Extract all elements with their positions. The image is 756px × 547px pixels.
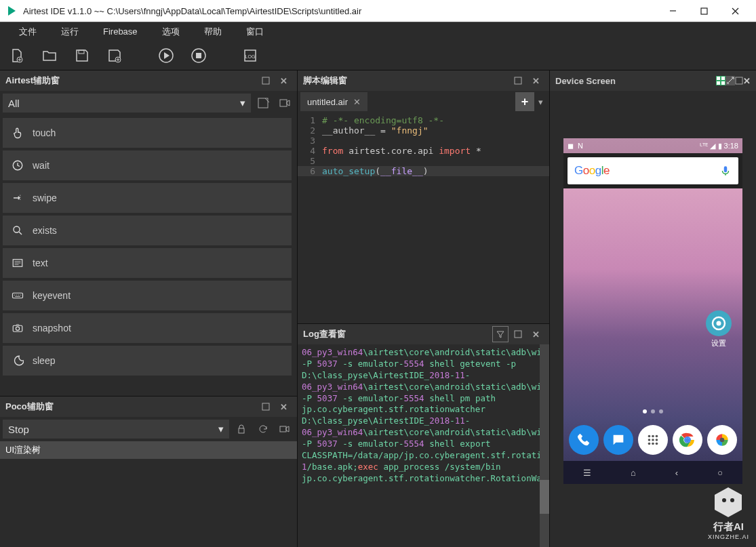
action-label: wait [33, 160, 49, 171]
panel-popout-icon[interactable] [258, 399, 274, 415]
svg-rect-35 [721, 77, 725, 80]
settings-app-icon[interactable]: 设置 [706, 310, 732, 348]
nav-menu-icon[interactable]: ☰ [583, 468, 591, 478]
chevron-down-icon: ▾ [240, 97, 245, 109]
panel-close-icon[interactable]: ✕ [275, 399, 292, 415]
airtest-aux-title: Airtest辅助窗 [5, 75, 256, 87]
svg-point-48 [652, 443, 654, 445]
poco-refresh-icon[interactable] [254, 420, 273, 439]
svg-point-40 [717, 321, 721, 326]
menu-firebase[interactable]: Firebase [91, 26, 150, 37]
open-folder-icon[interactable] [39, 45, 60, 66]
log-viewer-panel-header: Log查看窗 ✕ [298, 324, 549, 344]
capture-rect-icon[interactable] [254, 94, 273, 113]
svg-marker-0 [8, 6, 16, 16]
close-button[interactable] [719, 0, 751, 22]
panel-popout-icon[interactable] [510, 73, 526, 89]
svg-rect-15 [196, 53, 201, 58]
svg-point-43 [656, 435, 658, 438]
action-snapshot[interactable]: snapshot [3, 313, 292, 343]
action-label: touch [33, 127, 56, 138]
editor-tab-label: untitled.air [307, 97, 348, 107]
script-editor-panel-header: 脚本编辑窗 ✕ [298, 70, 549, 91]
android-home-wallpaper[interactable]: 设置 [563, 188, 742, 419]
action-swipe[interactable]: swipe [3, 183, 292, 213]
svg-point-23 [14, 226, 20, 232]
android-status-bar: ◼ N ᴸᵀᴱ ◢ ▮ 3:18 [563, 138, 742, 153]
svg-rect-34 [717, 77, 720, 80]
editor-tab[interactable]: untitled.air ✕ [300, 92, 367, 111]
google-search-bar[interactable]: Google [568, 157, 738, 184]
camera-app-icon[interactable] [707, 425, 737, 455]
messages-app-icon[interactable] [603, 425, 633, 455]
menu-help[interactable]: 帮助 [192, 26, 234, 38]
svg-rect-25 [13, 293, 23, 298]
svg-rect-32 [515, 77, 521, 84]
add-tab-button[interactable]: + [515, 92, 534, 111]
new-file-icon[interactable] [7, 45, 27, 66]
action-touch[interactable]: touch [3, 118, 292, 148]
keyevent-icon [11, 289, 24, 302]
report-icon[interactable]: LOG [240, 45, 260, 66]
device-screen-mirror[interactable]: ◼ N ᴸᵀᴱ ◢ ▮ 3:18 Google 设置 [563, 138, 742, 484]
action-label: keyevent [33, 290, 71, 301]
menu-options[interactable]: 选项 [150, 26, 192, 38]
tab-close-icon[interactable]: ✕ [353, 97, 361, 107]
menu-run[interactable]: 运行 [49, 26, 91, 38]
swipe-icon [11, 192, 24, 204]
svg-point-45 [652, 439, 654, 441]
mic-icon[interactable] [719, 165, 732, 177]
panel-popout-icon[interactable] [735, 77, 743, 85]
action-text[interactable]: text [3, 248, 292, 278]
save-icon[interactable] [72, 45, 92, 66]
action-exists[interactable]: exists [3, 216, 292, 245]
menu-file[interactable]: 文件 [7, 26, 49, 38]
code-editor[interactable]: 1# -*- encoding=utf8 -*-2__author__ = "f… [298, 113, 549, 323]
chrome-app-icon[interactable] [673, 425, 702, 455]
device-tools-icon[interactable] [725, 76, 735, 85]
action-keyevent[interactable]: keyevent [3, 281, 292, 310]
minimize-button[interactable] [657, 0, 688, 22]
poco-aux-title: Poco辅助窗 [5, 401, 256, 413]
record-icon[interactable] [275, 94, 294, 113]
device-screen-title: Device Screen [555, 76, 716, 86]
panel-close-icon[interactable]: ✕ [528, 326, 544, 342]
svg-point-47 [648, 443, 651, 445]
action-filter-select[interactable]: All ▾ [3, 94, 251, 113]
nav-home-icon[interactable]: ⌂ [631, 468, 636, 478]
panel-popout-icon[interactable] [258, 73, 274, 89]
panel-close-icon[interactable]: ✕ [275, 73, 292, 89]
log-output[interactable]: 06_py3_win64\airtest\core\android\static… [298, 344, 549, 547]
svg-point-42 [652, 435, 654, 438]
run-icon[interactable] [156, 45, 176, 66]
action-sleep[interactable]: sleep [3, 346, 292, 376]
poco-mode-select[interactable]: Stop ▾ [3, 420, 229, 439]
panel-popout-icon[interactable] [510, 326, 526, 342]
action-wait[interactable]: wait [3, 150, 292, 180]
device-screen-panel-header: Device Screen ✕ [550, 70, 756, 91]
svg-point-27 [16, 327, 19, 330]
menu-window[interactable]: 窗口 [234, 26, 276, 38]
apps-drawer-icon[interactable] [638, 425, 668, 455]
settings-app-label: 设置 [711, 339, 726, 347]
phone-app-icon[interactable] [569, 425, 599, 455]
script-editor-title: 脚本编辑窗 [303, 75, 509, 87]
panel-close-icon[interactable]: ✕ [743, 76, 751, 86]
nav-recent-icon[interactable]: ○ [717, 468, 723, 478]
stop-icon[interactable] [188, 45, 209, 66]
device-grid-icon[interactable] [716, 76, 725, 85]
poco-lock-icon[interactable] [232, 420, 251, 439]
log-filter-icon[interactable] [492, 326, 509, 342]
poco-ui-tree-label[interactable]: UI渲染树 [0, 441, 297, 459]
poco-record-icon[interactable] [275, 420, 294, 439]
save-as-icon[interactable] [104, 45, 125, 66]
statusbar-left-icons: ◼ N [568, 142, 583, 150]
log-scrollbar[interactable] [540, 344, 549, 547]
panel-close-icon[interactable]: ✕ [528, 73, 544, 89]
tab-overflow-icon[interactable]: ▾ [534, 97, 546, 107]
svg-rect-29 [239, 428, 244, 433]
action-label: text [33, 258, 48, 268]
svg-rect-36 [717, 81, 720, 85]
nav-back-icon[interactable]: ‹ [675, 468, 678, 478]
maximize-button[interactable] [688, 0, 719, 22]
